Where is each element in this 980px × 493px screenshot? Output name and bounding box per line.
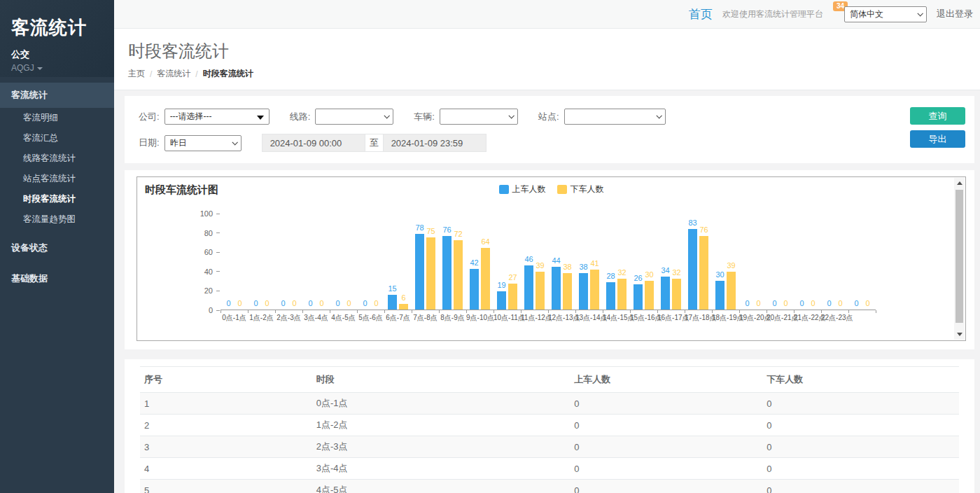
bar-group: 2832: [603, 214, 630, 310]
page-heading: 时段客流统计 主页 / 客流统计 / 时段客流统计: [114, 29, 980, 90]
bar-boarding-6: 15: [388, 295, 397, 310]
bar-value-label: 72: [454, 230, 462, 238]
bar-alighting-7: 75: [426, 237, 435, 310]
chart-category-12: 443812点-13点: [548, 214, 575, 322]
x-axis-label: 5点-6点: [357, 313, 384, 322]
bar-value-label: 28: [606, 272, 615, 280]
logout-link[interactable]: 退出登录: [937, 8, 973, 20]
vehicle-label: 车辆:: [414, 111, 435, 123]
chart-category-23: 00: [848, 214, 876, 322]
y-tick-label: 40: [204, 268, 213, 276]
legend-item-0[interactable]: 上车人数: [499, 183, 546, 195]
bar-alighting-10: 27: [508, 284, 517, 310]
bar-group: 1927: [493, 214, 521, 310]
breadcrumb-home[interactable]: 主页: [128, 68, 145, 80]
sidebar-item-1[interactable]: 客流明细: [0, 108, 114, 128]
bar-value-label: 0: [319, 299, 323, 307]
table-cell: 1点-2点: [312, 415, 570, 436]
bar-value-label: 0: [811, 299, 815, 307]
company-select[interactable]: ---请选择---: [164, 109, 270, 125]
bar-value-label: 0: [253, 299, 258, 307]
table-cell: 2点-3点: [312, 436, 570, 458]
bar-group: 00: [275, 214, 302, 310]
chart-category-16: 343216点-17点: [657, 214, 685, 322]
table-header-2: 上车人数: [570, 367, 762, 393]
bar-value-label: 0: [756, 299, 760, 307]
sidebar-item-8[interactable]: 基础数据: [0, 266, 114, 291]
table-panel: 序号时段上车人数下车人数 10点-1点0021点-2点0032点-3点0043点…: [125, 359, 974, 493]
bar-boarding-15: 26: [634, 284, 643, 310]
breadcrumb: 主页 / 客流统计 / 时段客流统计: [128, 68, 980, 80]
bar-value-label: 39: [536, 261, 544, 270]
bar-value-label: 27: [508, 273, 517, 282]
scrollbar-thumb[interactable]: [955, 190, 963, 323]
date-to-input[interactable]: 2024-01-09 23:59: [383, 134, 486, 152]
sidebar: 客流统计 公交 AQGJ 客流统计客流明细客流汇总线路客流统计站点客流统计时段客…: [0, 0, 114, 493]
chart-category-10: 192710点-11点: [493, 214, 521, 322]
home-link[interactable]: 首页: [689, 6, 713, 22]
legend-label: 下车人数: [570, 183, 604, 195]
bar-value-label: 46: [524, 255, 533, 263]
table-header-row: 序号时段上车人数下车人数: [140, 367, 959, 393]
bar-boarding-18: 30: [715, 281, 724, 310]
query-button[interactable]: 查询: [910, 107, 965, 125]
chart-category-9: 42649点-10点: [466, 214, 493, 322]
chevron-down-icon: [508, 113, 514, 118]
scroll-down-icon[interactable]: [954, 329, 965, 340]
date-from-input[interactable]: 2024-01-09 00:00: [262, 134, 365, 152]
y-tick-label: 20: [204, 286, 213, 295]
table-body: 10点-1点0021点-2点0032点-3点0043点-4点0054点-5点00…: [140, 393, 959, 493]
table-row: 43点-4点00: [140, 458, 959, 480]
bar-boarding-17: 83: [688, 229, 697, 310]
y-tick-mark: [216, 232, 220, 233]
bar-value-label: 42: [470, 258, 478, 267]
vehicle-select[interactable]: [440, 109, 518, 125]
bar-group: 00: [766, 214, 794, 310]
x-axis-label: [848, 313, 876, 322]
org-code-dropdown[interactable]: AQGJ: [11, 63, 103, 73]
chart-category-14: 283214点-15点: [603, 214, 630, 322]
action-buttons: 查询 导出: [910, 107, 965, 148]
bar-value-label: 0: [854, 299, 858, 307]
brand-area: 客流统计 公交 AQGJ: [0, 0, 114, 77]
sidebar-item-3[interactable]: 线路客流统计: [0, 148, 114, 169]
y-tick-mark: [216, 291, 220, 291]
bar-alighting-15: 30: [645, 281, 654, 310]
bar-group: 156: [384, 214, 412, 310]
x-axis-label: 2点-3点: [275, 313, 302, 322]
sidebar-item-4[interactable]: 站点客流统计: [0, 169, 114, 189]
breadcrumb-parent[interactable]: 客流统计: [157, 68, 190, 80]
export-button[interactable]: 导出: [910, 130, 965, 148]
bar-alighting-17: 76: [699, 236, 708, 310]
chevron-down-icon: [37, 67, 43, 70]
bar-group: 00: [330, 214, 357, 310]
table-header-1: 时段: [312, 367, 570, 393]
bar-boarding-12: 44: [552, 267, 561, 310]
table-cell: 0: [570, 436, 762, 458]
sidebar-item-5[interactable]: 时段客流统计: [0, 189, 114, 209]
date-preset-select[interactable]: 昨日: [164, 135, 241, 151]
table-cell: 0: [570, 393, 762, 415]
sidebar-item-6[interactable]: 客流量趋势图: [0, 209, 114, 230]
scroll-up-icon[interactable]: [954, 178, 965, 188]
line-select[interactable]: [315, 109, 393, 125]
chart-category-3: 003点-4点: [302, 214, 330, 322]
breadcrumb-separator: /: [195, 69, 197, 79]
chart-vertical-scrollbar[interactable]: [954, 178, 965, 340]
line-filter-group: 线路:: [290, 109, 394, 125]
bar-value-label: 0: [374, 299, 378, 307]
chart-category-11: 463911点-12点: [521, 214, 548, 322]
y-tick-label: 0: [209, 306, 213, 314]
company-select-value: ---请选择---: [170, 111, 212, 123]
sidebar-item-2[interactable]: 客流汇总: [0, 128, 114, 148]
station-select[interactable]: [564, 109, 666, 125]
bar-group: 7875: [412, 214, 439, 310]
bar-group: 3432: [657, 214, 685, 310]
legend-item-1[interactable]: 下车人数: [557, 183, 604, 195]
table-cell: 0: [762, 458, 959, 480]
sidebar-item-0[interactable]: 客流统计: [0, 83, 114, 108]
sidebar-item-7[interactable]: 设备状态: [0, 235, 114, 261]
bar-value-label: 0: [335, 299, 340, 307]
bar-alighting-6: 6: [399, 304, 408, 310]
language-select[interactable]: 简体中文: [844, 6, 927, 22]
